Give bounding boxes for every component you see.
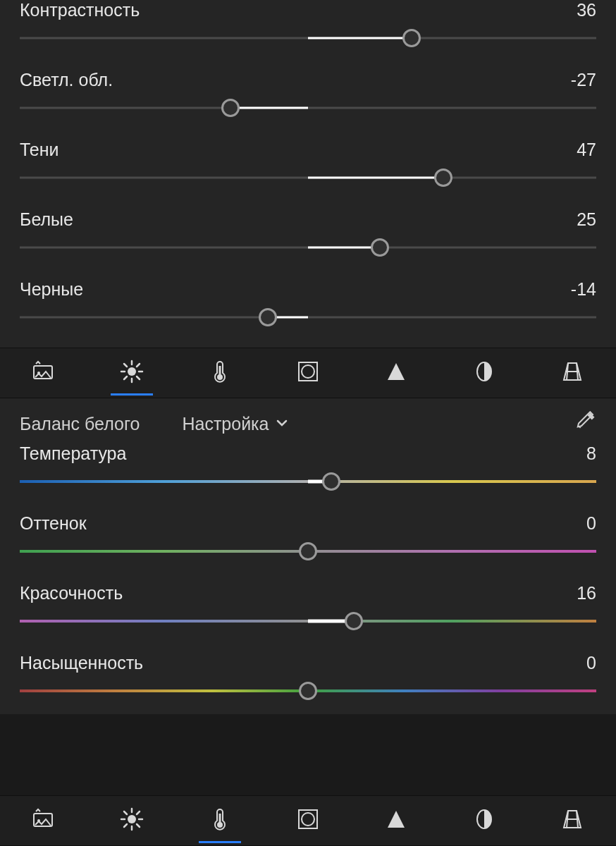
slider-thumb[interactable]	[434, 168, 452, 187]
optics-tab[interactable]	[453, 348, 515, 398]
svg-line-7	[124, 364, 127, 367]
sun-icon	[119, 359, 144, 387]
color-tab[interactable]	[189, 795, 251, 846]
presets-tab[interactable]	[13, 348, 75, 398]
presets-icon	[31, 359, 56, 387]
slider-thumb[interactable]	[299, 682, 317, 700]
slider-thumb[interactable]	[402, 29, 421, 47]
geometry-tab[interactable]	[541, 795, 603, 846]
slider-track[interactable]	[20, 542, 596, 560]
slider-light-4: Черные -14	[20, 271, 596, 341]
slider-label: Контрастность	[20, 0, 140, 20]
slider-label: Насыщенность	[20, 653, 143, 673]
presets-icon	[31, 807, 56, 835]
effects-tab[interactable]	[277, 348, 339, 398]
vignette-icon	[295, 359, 321, 387]
svg-point-2	[128, 367, 136, 376]
slider-value: 25	[577, 209, 596, 230]
light-tab[interactable]	[101, 795, 163, 846]
slider-label: Черные	[20, 279, 83, 300]
slider-track[interactable]	[20, 168, 596, 187]
svg-line-9	[137, 364, 140, 367]
slider-value: 8	[586, 443, 596, 464]
optics-tab[interactable]	[453, 795, 515, 846]
edit-tabbar-bottom	[0, 795, 616, 846]
slider-color-0: Температура 8	[20, 443, 596, 505]
thermometer-icon	[207, 807, 233, 835]
slider-thumb[interactable]	[345, 612, 363, 630]
slider-value: -14	[571, 279, 596, 300]
svg-line-10	[124, 376, 127, 379]
slider-label: Белые	[20, 209, 73, 230]
slider-track[interactable]	[20, 612, 596, 630]
svg-point-33	[302, 813, 314, 826]
slider-color-3: Насыщенность 0	[20, 644, 596, 714]
svg-point-11	[217, 374, 223, 380]
slider-thumb[interactable]	[322, 472, 340, 491]
geometry-icon	[560, 359, 585, 387]
svg-line-28	[137, 811, 140, 814]
thermometer-icon	[207, 359, 233, 387]
sun-icon	[119, 807, 144, 835]
geometry-tab[interactable]	[541, 348, 603, 398]
svg-point-30	[217, 822, 223, 828]
svg-line-27	[137, 824, 140, 827]
slider-label: Тени	[20, 140, 59, 160]
slider-thumb[interactable]	[299, 542, 317, 560]
slider-thumb[interactable]	[221, 99, 240, 117]
slider-label: Оттенок	[20, 513, 87, 534]
slider-value: 16	[577, 583, 596, 603]
slider-color-1: Оттенок 0	[20, 505, 596, 575]
presets-tab[interactable]	[13, 795, 75, 846]
slider-track[interactable]	[20, 308, 596, 326]
white-balance-title: Баланс белого	[20, 414, 140, 434]
svg-point-14	[302, 365, 314, 378]
svg-line-26	[124, 811, 127, 814]
svg-line-8	[137, 376, 140, 379]
edit-tabbar-top	[0, 348, 616, 398]
slider-color-2: Красочность 16	[20, 575, 596, 644]
detail-tab[interactable]	[365, 348, 427, 398]
slider-track[interactable]	[20, 472, 596, 491]
white-balance-preset-dropdown[interactable]: Настройка	[182, 414, 575, 434]
color-tab[interactable]	[189, 348, 251, 398]
slider-track[interactable]	[20, 29, 596, 47]
light-tab[interactable]	[101, 348, 163, 398]
white-balance-header: Баланс белого Настройка	[20, 398, 596, 443]
svg-line-29	[124, 824, 127, 827]
slider-value: 0	[586, 653, 596, 673]
detail-tab[interactable]	[365, 795, 427, 846]
slider-light-1: Светл. обл. -27	[20, 61, 596, 131]
slider-value: 36	[577, 0, 596, 20]
slider-label: Красочность	[20, 583, 123, 603]
vignette-icon	[295, 807, 321, 835]
slider-light-3: Белые 25	[20, 201, 596, 271]
white-balance-preset-label: Настройка	[182, 414, 269, 434]
slider-thumb[interactable]	[371, 238, 389, 257]
slider-value: -27	[571, 70, 596, 90]
slider-light-0: Контрастность 36	[20, 0, 596, 61]
eyedropper-button[interactable]	[575, 411, 596, 436]
svg-point-21	[128, 815, 136, 823]
lens-icon	[472, 807, 497, 835]
slider-track[interactable]	[20, 99, 596, 117]
slider-track[interactable]	[20, 682, 596, 700]
triangle-icon	[383, 359, 409, 387]
geometry-icon	[560, 807, 585, 835]
slider-value: 47	[577, 140, 596, 160]
effects-tab[interactable]	[277, 795, 339, 846]
slider-label: Светл. обл.	[20, 70, 113, 90]
slider-track[interactable]	[20, 238, 596, 257]
slider-label: Температура	[20, 443, 126, 464]
lens-icon	[472, 359, 497, 387]
slider-thumb[interactable]	[259, 308, 277, 326]
chevron-down-icon	[275, 414, 289, 434]
color-panel: Баланс белого Настройка Температура 8 От…	[0, 398, 616, 714]
slider-value: 0	[586, 513, 596, 534]
light-panel: Контрастность 36 Светл. обл. -27 Тени 47	[0, 0, 616, 348]
slider-light-2: Тени 47	[20, 131, 596, 201]
triangle-icon	[383, 807, 409, 835]
